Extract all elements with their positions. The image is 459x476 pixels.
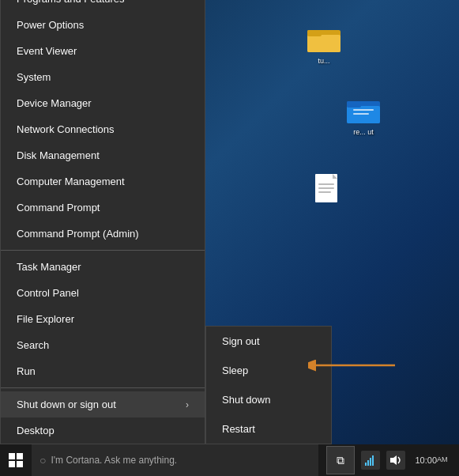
svg-rect-15	[370, 458, 371, 466]
menu-item-task-manager[interactable]: Task Manager	[1, 254, 205, 280]
svg-rect-7	[353, 113, 369, 115]
menu-item-search[interactable]: Search	[1, 332, 205, 358]
menu-item-network-connections[interactable]: Network Connections	[1, 116, 205, 142]
menu-item-label: Power Options	[17, 19, 84, 31]
menu-item-computer-management[interactable]: Computer Management	[1, 168, 205, 195]
svg-rect-16	[372, 455, 374, 466]
menu-item-shut-down-or-sign-out[interactable]: Shut down or sign out›	[1, 391, 205, 417]
svg-rect-12	[318, 191, 331, 193]
submenu-shutdown: Sign outSleepShut downRestart	[205, 326, 332, 444]
menu-item-label: System	[17, 71, 51, 83]
taskbar-icon-area: ⧉ 10:00 AM	[318, 446, 459, 474]
menu-item-command-prompt[interactable]: Command Prompt	[1, 195, 205, 221]
menu-item-file-explorer[interactable]: File Explorer	[1, 306, 205, 332]
menu-item-label: Disk Management	[17, 149, 100, 161]
svg-rect-2	[307, 30, 322, 36]
submenu-item-restart[interactable]: Restart	[206, 414, 331, 444]
menu-item-label: Programs and Features	[17, 0, 125, 5]
desktop-icon-1: tu...	[307, 24, 340, 65]
menu-item-label: Shut down or sign out	[17, 399, 116, 410]
menu-item-programs-and-features[interactable]: Programs and Features	[1, 0, 205, 12]
menu-item-run[interactable]: Run	[1, 358, 205, 384]
svg-rect-1	[307, 35, 340, 52]
menu-item-label: Command Prompt (Admin)	[17, 228, 139, 240]
desktop-icon-2: re... ut	[347, 95, 380, 136]
menu-item-command-prompt-(admin)[interactable]: Command Prompt (Admin)	[1, 221, 205, 247]
menu-item-label: Network Connections	[17, 123, 115, 135]
svg-rect-13	[365, 463, 367, 466]
windows-logo-icon	[9, 453, 23, 467]
menu-item-label: Command Prompt	[17, 202, 100, 213]
task-view-icon[interactable]: ⧉	[326, 446, 355, 474]
svg-rect-14	[367, 460, 369, 466]
menu-item-control-panel[interactable]: Control Panel	[1, 280, 205, 306]
search-placeholder: I'm Cortana. Ask me anything.	[51, 455, 177, 466]
menu-item-label: Event Viewer	[17, 45, 77, 57]
taskbar: ○ I'm Cortana. Ask me anything. ⧉ 10:00 …	[0, 444, 459, 476]
network-icon[interactable]	[361, 451, 380, 470]
menu-item-label: Run	[17, 365, 36, 377]
menu-item-label: Device Manager	[17, 97, 92, 109]
menu-item-system[interactable]: System	[1, 64, 205, 90]
clock-area[interactable]: 10:00 AM	[412, 451, 451, 470]
arrow-annotation	[308, 349, 403, 381]
start-button[interactable]	[0, 444, 32, 476]
svg-marker-17	[390, 455, 397, 465]
menu-item-desktop[interactable]: Desktop	[1, 417, 205, 444]
svg-rect-10	[318, 183, 334, 185]
svg-rect-11	[318, 187, 334, 189]
menu-item-label: Desktop	[17, 425, 55, 436]
submenu-arrow-icon: ›	[186, 399, 189, 410]
desktop-icon-3	[315, 174, 340, 207]
menu-item-label: Computer Management	[17, 176, 125, 187]
context-menu: Programs and FeaturesPower OptionsEvent …	[0, 0, 205, 444]
menu-item-label: Task Manager	[17, 261, 81, 273]
menu-item-device-manager[interactable]: Device Manager	[1, 90, 205, 116]
menu-item-power-options[interactable]: Power Options	[1, 12, 205, 38]
cortana-search[interactable]: ○ I'm Cortana. Ask me anything.	[32, 444, 318, 476]
menu-divider	[1, 250, 205, 251]
submenu-item-shut-down[interactable]: Shut down	[206, 385, 331, 414]
menu-item-label: File Explorer	[17, 313, 74, 325]
menu-divider	[1, 387, 205, 388]
menu-item-label: Search	[17, 339, 49, 351]
menu-item-disk-management[interactable]: Disk Management	[1, 142, 205, 168]
svg-rect-5	[347, 101, 361, 108]
menu-item-label: Control Panel	[17, 287, 79, 299]
menu-item-event-viewer[interactable]: Event Viewer	[1, 38, 205, 64]
volume-icon[interactable]	[386, 451, 405, 470]
svg-rect-6	[353, 109, 374, 111]
